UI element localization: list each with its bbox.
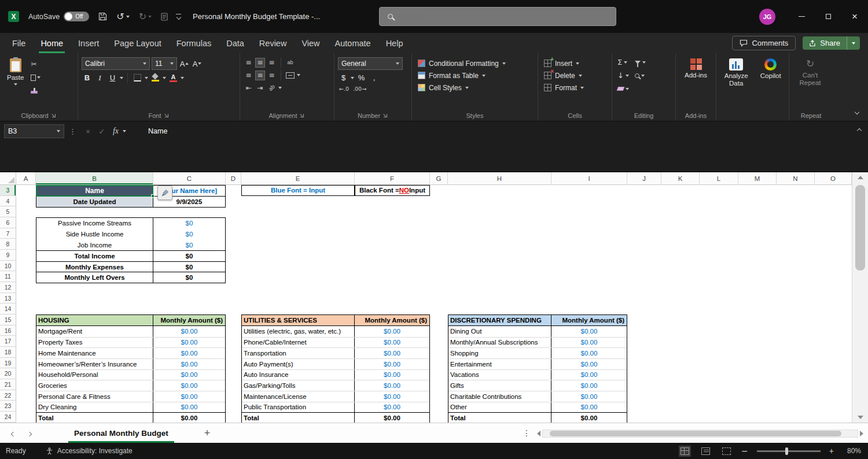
budget-item-label[interactable]: Shopping — [448, 348, 551, 358]
column-header-H[interactable]: H — [448, 172, 551, 185]
budget-total-value[interactable]: $0.00 — [153, 413, 225, 423]
budget-item-label[interactable]: Entertainment — [448, 359, 551, 369]
scroll-up-icon[interactable] — [858, 176, 863, 179]
budget-total-value[interactable]: $0.00 — [355, 413, 429, 423]
column-header-D[interactable]: D — [226, 172, 241, 185]
new-sheet-button[interactable]: + — [204, 428, 211, 438]
redo-button[interactable]: ↻ — [139, 12, 152, 21]
bold-button[interactable]: B — [82, 72, 93, 83]
normal-view-button[interactable] — [679, 446, 691, 457]
income-label[interactable]: Side Hustle Income — [36, 229, 153, 240]
increase-indent-button[interactable]: ⇥ — [255, 83, 265, 92]
budget-item-label[interactable]: Utilities (electric, gas, water, etc.) — [242, 326, 355, 337]
tab-home[interactable]: Home — [33, 33, 71, 53]
income-value[interactable]: $0 — [153, 218, 225, 229]
budget-item-label[interactable]: Personal Care & Fitness — [36, 391, 153, 402]
cancel-button[interactable]: × — [81, 127, 95, 136]
name-box[interactable]: B3 — [4, 124, 64, 138]
borders-button[interactable] — [132, 72, 143, 83]
budget-item-label[interactable]: Property Taxes — [36, 338, 153, 348]
column-header-K[interactable]: K — [661, 172, 700, 185]
budget-item-value[interactable]: $0.00 — [551, 348, 627, 358]
budget-total-value[interactable]: $0.00 — [551, 413, 627, 423]
budget-item-label[interactable]: Groceries — [36, 380, 153, 391]
column-header-O[interactable]: O — [815, 172, 852, 185]
formula-content[interactable]: Name — [148, 127, 167, 135]
previous-sheet-button[interactable] — [12, 428, 15, 438]
budget-item-value[interactable]: $0.00 — [551, 370, 627, 380]
budget-table-amount-header[interactable]: Monthly Amount ($) — [355, 315, 429, 325]
column-header-E[interactable]: E — [241, 172, 355, 185]
wrap-text-button[interactable]: ab — [285, 58, 295, 68]
format-as-table-button[interactable]: Format as Table — [415, 69, 534, 82]
tab-file[interactable]: File — [5, 33, 33, 53]
row-header-24[interactable]: 24 — [0, 412, 16, 423]
budget-item-label[interactable]: Household/Personal — [36, 370, 153, 380]
budget-table-amount-header[interactable]: Monthly Amount ($) — [153, 315, 225, 325]
zoom-slider[interactable] — [757, 450, 821, 452]
find-select-button[interactable] — [635, 71, 646, 80]
budget-item-value[interactable]: $0.00 — [551, 338, 627, 348]
budget-item-value[interactable]: $0.00 — [153, 359, 225, 369]
budget-item-label[interactable]: Dining Out — [448, 326, 551, 337]
row-header-21[interactable]: 21 — [0, 379, 16, 390]
fill-color-dropdown-icon[interactable] — [163, 77, 166, 79]
accounting-dropdown-icon[interactable] — [351, 77, 354, 79]
budget-item-label[interactable]: Home Maintenance — [36, 348, 153, 358]
budget-item-label[interactable]: Dry Cleaning — [36, 402, 153, 413]
formula-dropdown-icon[interactable] — [123, 130, 126, 132]
search-input[interactable] — [399, 12, 608, 21]
income-label[interactable]: Monthly Expenses — [36, 262, 153, 272]
alignment-dialog-launcher-icon[interactable] — [299, 113, 305, 119]
clipboard-dialog-launcher-icon[interactable] — [51, 113, 57, 119]
row-header-19[interactable]: 19 — [0, 358, 16, 369]
budget-total-label[interactable]: Total — [36, 413, 153, 423]
column-header-C[interactable]: C — [153, 172, 226, 185]
income-value[interactable]: $0 — [153, 272, 225, 283]
comma-style-button[interactable]: , — [369, 72, 380, 83]
row-header-7[interactable]: 7 — [0, 228, 16, 239]
budget-item-value[interactable]: $0.00 — [153, 370, 225, 380]
font-color-dropdown-icon[interactable] — [181, 77, 184, 79]
delete-cells-button[interactable]: ×Delete — [542, 69, 608, 82]
tab-review[interactable]: Review — [252, 33, 295, 53]
center-button[interactable]: ≡ — [255, 71, 265, 80]
vertical-scroll-thumb[interactable] — [855, 185, 865, 271]
income-label[interactable]: Passive Income Streams — [36, 218, 153, 229]
horizontal-scrollbar[interactable] — [537, 429, 863, 438]
addins-button[interactable]: Add-ins — [679, 57, 712, 80]
cell-B4[interactable]: Date Updated — [36, 197, 153, 208]
name-box-kebab-icon[interactable]: ⋮ — [69, 127, 76, 136]
next-sheet-button[interactable] — [28, 428, 31, 438]
avatar[interactable]: JG — [759, 9, 775, 25]
column-header-B[interactable]: B — [36, 172, 153, 185]
budget-total-label[interactable]: Total — [242, 413, 355, 423]
page-layout-view-button[interactable] — [700, 446, 712, 457]
row-header-15[interactable]: 15 — [0, 314, 16, 325]
row-header-3[interactable]: 3 — [0, 185, 16, 196]
budget-item-label[interactable]: Auto Payment(s) — [242, 359, 355, 369]
cell-B3[interactable]: Name — [36, 186, 153, 197]
cell-E3[interactable]: Blue Font = Input — [241, 185, 355, 196]
increase-decimal-button[interactable]: ←.0 — [338, 86, 350, 92]
budget-total-label[interactable]: Total — [448, 413, 551, 423]
budget-item-label[interactable]: Monthly/Annual Subscriptions — [448, 338, 551, 348]
font-name-select[interactable]: Calibri — [82, 57, 150, 70]
row-header-11[interactable]: 11 — [0, 271, 16, 282]
row-header-12[interactable]: 12 — [0, 282, 16, 293]
budget-item-label[interactable]: Charitable Contributions — [448, 391, 551, 402]
vertical-scrollbar[interactable] — [852, 172, 868, 423]
budget-item-value[interactable]: $0.00 — [355, 370, 429, 380]
budget-item-value[interactable]: $0.00 — [153, 380, 225, 391]
budget-item-label[interactable]: Transportation — [242, 348, 355, 358]
income-label[interactable]: Job Income — [36, 239, 153, 250]
decrease-indent-button[interactable]: ⇤ — [244, 83, 253, 92]
budget-item-label[interactable]: Vacations — [448, 370, 551, 380]
budget-table-title[interactable]: HOUSING — [36, 315, 153, 325]
budget-table-title[interactable]: UTILITIES & SERVICES — [242, 315, 355, 325]
budget-item-label[interactable]: Gifts — [448, 380, 551, 391]
fill-color-button[interactable] — [150, 72, 161, 83]
fill-button[interactable]: ↓ — [617, 71, 629, 80]
underline-button[interactable]: U — [107, 72, 118, 83]
column-header-I[interactable]: I — [551, 172, 627, 185]
